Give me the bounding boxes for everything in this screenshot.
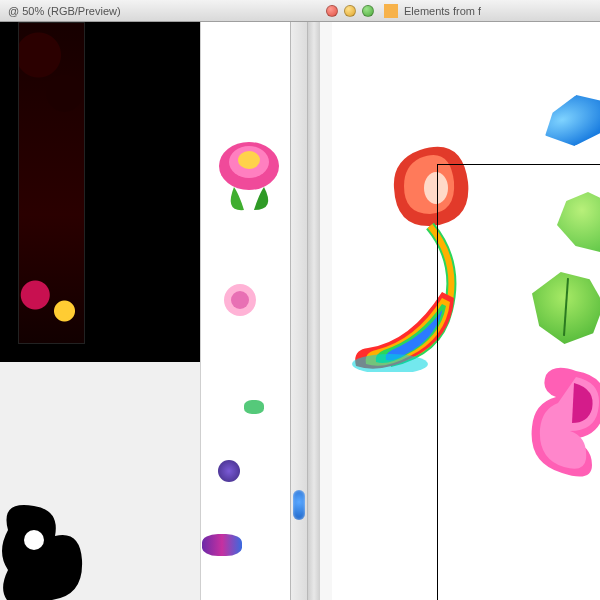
- pasteboard-left[interactable]: [0, 22, 292, 600]
- title-zoom: @ 50%: [8, 5, 44, 17]
- window-title-left: @ 50% (RGB/Preview): [8, 5, 121, 17]
- window-traffic-lights: [326, 5, 374, 17]
- pasteboard-right[interactable]: [320, 22, 600, 600]
- artwork-dark-collage: [18, 22, 85, 344]
- floating-dark-panel[interactable]: [0, 22, 200, 362]
- title-mode: (RGB/Preview): [47, 5, 120, 17]
- svg-point-4: [231, 291, 249, 309]
- artwork-leaf-blue: [536, 86, 600, 153]
- svg-point-5: [24, 530, 44, 550]
- document-window-left: [0, 22, 320, 600]
- svg-point-2: [238, 151, 260, 169]
- desktop: @ 50% (RGB/Preview) Elements from f: [0, 0, 600, 600]
- minimize-icon[interactable]: [344, 5, 356, 17]
- artwork-leaf-tiny: [244, 400, 264, 414]
- document-window-right: [320, 22, 600, 600]
- window-divider[interactable]: [308, 22, 320, 600]
- window-titlebar-left[interactable]: @ 50% (RGB/Preview): [0, 0, 320, 22]
- artwork-blossom-small: [220, 280, 260, 320]
- artwork-gem-purple: [218, 460, 240, 482]
- window-title-right: Elements from f: [404, 5, 481, 17]
- scrollbar-thumb[interactable]: [293, 490, 305, 520]
- vertical-scrollbar[interactable]: [290, 22, 308, 600]
- selection-rectangle[interactable]: [437, 164, 600, 600]
- artboard-right[interactable]: [332, 22, 600, 600]
- close-icon[interactable]: [326, 5, 338, 17]
- artwork-lotus-small: [202, 534, 242, 556]
- zoom-icon[interactable]: [362, 5, 374, 17]
- artwork-peony-pink: [214, 132, 284, 217]
- ai-document-icon: [384, 4, 398, 18]
- window-titlebar-right[interactable]: Elements from f: [320, 0, 600, 22]
- artwork-blob-black: [0, 500, 88, 600]
